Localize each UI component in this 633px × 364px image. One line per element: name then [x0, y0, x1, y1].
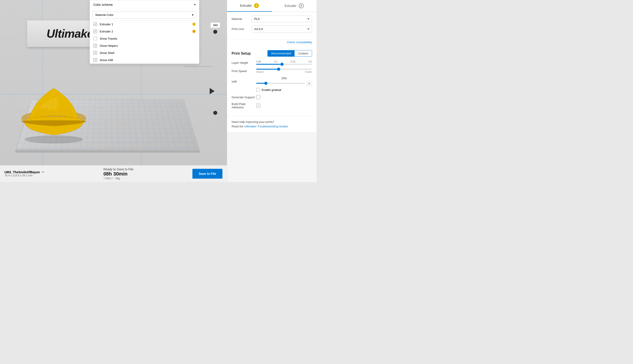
select-chevron-icon: ▾	[192, 13, 194, 16]
extruder1-label: Extruder 1	[100, 22, 113, 26]
print-time: 08h 30min	[104, 171, 134, 177]
print-speed-thumb[interactable]	[277, 68, 280, 71]
printcore-row: Print core AA 0.4 AA 0.25 BB 0.4	[232, 26, 312, 32]
layer-slider[interactable]: 390	[210, 22, 220, 134]
recommended-tab[interactable]: Recommended	[268, 50, 295, 56]
show-helpers-item[interactable]: ✓ Show Helpers	[90, 42, 199, 49]
horizontal-slider-track	[184, 66, 214, 67]
layer-slider-track[interactable]	[215, 30, 216, 115]
infill-label: Infill	[232, 80, 256, 83]
edit-icon[interactable]: ✏	[42, 170, 44, 174]
check-icon: ✓	[94, 30, 96, 33]
check-icon: ✓	[94, 23, 96, 26]
layer-height-ticks: 0.06 0.1 0.15 0.2	[256, 60, 312, 63]
print-setup-title: Print Setup	[232, 52, 251, 56]
layer-height-label: Layer Height	[232, 61, 256, 64]
build-plate-checkbox[interactable]: ✓	[256, 104, 260, 108]
show-helpers-checkbox[interactable]: ✓	[93, 44, 97, 48]
generate-support-label: Generate Support	[232, 96, 256, 99]
show-shell-item[interactable]: ✓ Show Shell	[90, 49, 199, 56]
color-scheme-dropdown[interactable]: Color scheme ▾ Material Color ▾ ✓ Extrud…	[90, 0, 199, 64]
model-dimensions: 76.4 x 114.6 x 39.1 mm	[5, 174, 44, 177]
custom-tab[interactable]: Custom	[295, 50, 312, 56]
enable-gradual-checkbox[interactable]	[256, 88, 260, 92]
setup-tabs: Recommended Custom	[267, 50, 312, 57]
extruder-tabs: Extruder 1 Extruder 2	[227, 0, 317, 12]
3d-viewport: Ultimaker3	[0, 0, 227, 182]
check-icon: ✓	[94, 52, 96, 54]
layer-height-control: 0.06 0.1 0.15 0.2	[256, 60, 312, 65]
print-speed-control: Slower Faster	[256, 69, 312, 73]
check-icon: ✓	[94, 44, 96, 47]
infill-thumb[interactable]	[264, 82, 267, 85]
printcore-select[interactable]: AA 0.4 AA 0.25 BB 0.4	[252, 26, 312, 32]
material-section: Material PLA ABS Nylon TPU Print core AA…	[227, 12, 317, 39]
selected-color-option: Material Color	[96, 13, 114, 16]
build-plate-label: Build Plate Adhesion	[232, 102, 256, 109]
print-setup-header: Print Setup Recommended Custom	[232, 50, 312, 57]
check-compatibility-link[interactable]: Check compatibility	[287, 40, 312, 44]
tick-015: 0.15	[291, 60, 295, 63]
infill-row: Infill 20%	[232, 77, 312, 86]
show-travels-checkbox[interactable]	[93, 37, 97, 40]
infill-value: 20%	[256, 77, 312, 80]
save-to-file-button[interactable]: Save to File	[192, 169, 222, 179]
extruder2-label: Extruder 2	[100, 30, 113, 33]
show-travels-item[interactable]: Show Travels	[90, 35, 199, 42]
layer-value: 390	[210, 22, 220, 28]
infill-section: Infill 20%	[232, 77, 312, 92]
help-line2-prefix: Read the	[232, 125, 244, 128]
show-shell-checkbox[interactable]: ✓	[93, 51, 97, 54]
extruder2-item[interactable]: ✓ Extruder 2	[90, 28, 199, 35]
color-scheme-header[interactable]: Color scheme ▾	[90, 0, 199, 10]
svg-point-0	[25, 136, 83, 144]
material-color-select[interactable]: Material Color ▾	[93, 11, 196, 18]
show-travels-label: Show Travels	[100, 37, 117, 40]
speed-labels: Slower Faster	[256, 70, 312, 73]
color-scheme-select-wrapper[interactable]: Material Color ▾	[90, 10, 199, 20]
faster-label: Faster	[305, 70, 312, 73]
tick-01: 0.1	[274, 60, 278, 63]
generate-support-row: Generate Support	[232, 95, 312, 99]
infill-slider[interactable]	[256, 83, 305, 84]
infill-grid-button[interactable]	[307, 81, 312, 86]
extruder-tab-1[interactable]: Extruder 1	[227, 0, 272, 12]
extruder2-tab-label: Extruder	[285, 4, 297, 8]
tick-02: 0.2	[309, 60, 312, 63]
check-icon: ✓	[94, 59, 96, 62]
print-speed-label: Print Speed	[232, 70, 256, 73]
build-plate-row: Build Plate Adhesion ✓	[232, 102, 312, 109]
material-row: Material PLA ABS Nylon TPU	[232, 16, 312, 22]
model-info: UM3_TheSmileOfBayon ✏ 76.4 x 114.6 x 39.…	[5, 170, 44, 177]
right-panel: Extruder 1 Extruder 2 Material PLA ABS N…	[227, 0, 317, 182]
bottom-bar: UM3_TheSmileOfBayon ✏ 76.4 x 114.6 x 39.…	[0, 165, 227, 182]
layer-slider-top-thumb[interactable]	[213, 30, 217, 34]
3d-model	[18, 86, 103, 153]
extruder-tab-2[interactable]: Extruder 2	[272, 0, 317, 12]
show-infill-item[interactable]: ✓ Show Infill	[90, 56, 199, 64]
layer-height-thumb[interactable]	[280, 63, 284, 66]
extruder1-dot	[192, 22, 196, 26]
extruder1-tab-label: Extruder	[240, 4, 252, 8]
layer-slider-bottom-thumb[interactable]	[213, 111, 217, 115]
troubleshooting-link[interactable]: Ultimaker Troubleshooting Guides	[244, 125, 288, 128]
material-select[interactable]: PLA ABS Nylon TPU	[252, 16, 312, 22]
check-compat-section: Check compatibility	[227, 40, 317, 46]
infill-slider-row	[256, 81, 312, 86]
generate-support-checkbox[interactable]	[256, 95, 260, 99]
print-speed-fill	[256, 69, 279, 70]
gradual-row: Enable gradual	[256, 88, 281, 92]
help-section: Need help improving your prints? Read th…	[227, 116, 317, 132]
model-name: UM3_TheSmileOfBayon	[5, 170, 40, 174]
build-plate-check-icon: ✓	[257, 104, 259, 107]
color-scheme-title: Color scheme	[93, 3, 113, 6]
layer-height-slider[interactable]	[256, 64, 312, 65]
print-speed-slider[interactable]	[256, 69, 312, 70]
extruder1-item[interactable]: ✓ Extruder 1	[90, 20, 199, 28]
material-label: Material	[232, 17, 252, 20]
extruder1-checkbox[interactable]: ✓	[93, 22, 97, 26]
extruder2-checkbox[interactable]: ✓	[93, 30, 97, 33]
chevron-down-icon: ▾	[194, 3, 196, 6]
print-setup-section: Print Setup Recommended Custom Layer Hei…	[227, 46, 317, 116]
show-infill-checkbox[interactable]: ✓	[93, 58, 97, 62]
